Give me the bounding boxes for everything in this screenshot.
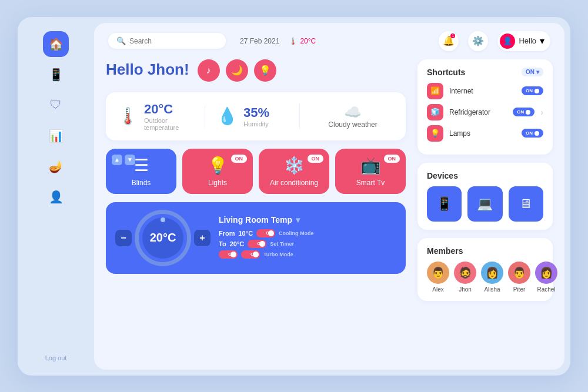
chevron-down-icon[interactable]: ▾ bbox=[536, 69, 539, 75]
sidebar-item-chart[interactable]: 📊 bbox=[43, 123, 69, 149]
blinds-arrows: ▲ ▼ bbox=[112, 155, 135, 165]
blinds-card[interactable]: ▲ ▼ ☰ Blinds bbox=[106, 149, 176, 194]
moon-button[interactable]: 🌙 bbox=[226, 59, 248, 82]
device-monitor[interactable]: 🖥 bbox=[509, 186, 543, 222]
devices-card: Devices 📱 💻 🖥 bbox=[417, 163, 553, 230]
chevron-down-icon: ▾ bbox=[540, 35, 544, 46]
members-title: Members bbox=[427, 246, 463, 256]
device-laptop[interactable]: 💻 bbox=[467, 186, 502, 222]
blinds-down-button[interactable]: ▼ bbox=[125, 155, 135, 165]
internet-icon: 📶 bbox=[427, 83, 443, 99]
temp-decrease-button[interactable]: − bbox=[115, 230, 132, 246]
bulb-button[interactable]: 💡 bbox=[254, 59, 276, 82]
weather-condition: ☁️ Cloudy weather bbox=[299, 104, 394, 129]
sidebar-item-lamp[interactable]: 🪔 bbox=[43, 153, 69, 179]
member-name-jhon: Jhon bbox=[459, 286, 472, 293]
blinds-label: Blinds bbox=[132, 179, 151, 187]
tv-toggle[interactable]: ON bbox=[384, 155, 400, 163]
fridge-name: Refridgerator bbox=[449, 108, 507, 116]
tv-icon: 📺 bbox=[360, 156, 381, 175]
lights-card[interactable]: ON 💡 Lights bbox=[182, 149, 253, 194]
sidebar-item-user[interactable]: 👤 bbox=[43, 184, 69, 210]
ac-label: Air conditioning bbox=[270, 179, 318, 187]
right-panel: Shortcuts ON ▾ 📶 Internet ON 🧊 Refridger bbox=[417, 59, 553, 360]
search-icon: 🔍 bbox=[116, 36, 126, 45]
internet-toggle[interactable]: ON bbox=[522, 86, 543, 95]
shortcut-lamps: 💡 Lamps ON bbox=[427, 125, 543, 142]
sidebar: 🏠 📱 🛡 📊 🪔 👤 Log out bbox=[18, 17, 94, 376]
ac-icon: ❄️ bbox=[284, 156, 305, 175]
lights-toggle[interactable]: ON bbox=[231, 155, 248, 163]
devices-title: Devices bbox=[427, 171, 458, 180]
greeting-row: Hello Jhon! ♪ 🌙 💡 bbox=[106, 59, 406, 82]
temp-increase-button[interactable]: + bbox=[194, 230, 211, 246]
member-rachel[interactable]: 👩 Rachel bbox=[535, 262, 557, 293]
turbo-mode-toggle[interactable]: ON bbox=[241, 250, 260, 259]
turbo-row: ON ON Turbo Mode bbox=[219, 250, 396, 259]
music-button[interactable]: ♪ bbox=[198, 59, 220, 82]
member-piter[interactable]: 👨 Piter bbox=[508, 262, 530, 293]
search-input[interactable] bbox=[129, 37, 212, 45]
set-timer-toggle[interactable]: ON bbox=[248, 240, 266, 248]
shortcuts-title: Shortcuts bbox=[427, 68, 465, 77]
temperature-label: Outdoor temperature bbox=[144, 117, 200, 131]
weather-condition-label: Cloudy weather bbox=[328, 120, 377, 129]
notification-button[interactable]: 🔔 1 bbox=[439, 31, 459, 51]
devices-grid: 📱 💻 🖥 bbox=[427, 186, 543, 222]
humidity-label: Humidity bbox=[243, 120, 269, 128]
member-avatar-alex: 👨 bbox=[427, 262, 449, 284]
shortcuts-header: Shortcuts ON ▾ bbox=[427, 68, 543, 77]
logout-button[interactable]: Log out bbox=[45, 354, 67, 361]
notification-badge: 1 bbox=[450, 33, 455, 38]
temp-dial: 20°C bbox=[136, 212, 189, 264]
member-alex[interactable]: 👨 Alex bbox=[427, 262, 449, 293]
cloud-icon: ☁️ bbox=[344, 104, 362, 120]
member-jhon[interactable]: 🧔 Jhon bbox=[454, 262, 476, 293]
set-timer-label: Set Timer bbox=[270, 241, 294, 247]
internet-name: Internet bbox=[449, 87, 516, 95]
content: Hello Jhon! ♪ 🌙 💡 🌡️ 20°C Outdoor temper… bbox=[94, 59, 564, 370]
fridge-arrow-icon[interactable]: › bbox=[540, 108, 543, 117]
settings-button[interactable]: ⚙️ bbox=[468, 31, 488, 51]
members-card: Members 👨 Alex 🧔 Jhon 👩 Al bbox=[417, 238, 553, 301]
member-name-alex: Alex bbox=[432, 286, 443, 293]
on-label-toggle[interactable]: ON bbox=[219, 250, 238, 259]
member-name-piter: Piter bbox=[513, 286, 526, 293]
user-menu-button[interactable]: 👤 Hello ▾ bbox=[497, 31, 550, 51]
shortcuts-status: ON ▾ bbox=[522, 68, 543, 76]
member-alisha[interactable]: 👩 Alisha bbox=[481, 262, 503, 293]
blinds-up-button[interactable]: ▲ bbox=[112, 155, 122, 165]
user-name: Hello bbox=[519, 36, 536, 45]
members-header: Members bbox=[427, 246, 543, 256]
temperature-value: 20°C bbox=[144, 102, 200, 117]
humidity-icon: 💧 bbox=[217, 106, 238, 126]
humidity-item: 💧 35% Humidity bbox=[205, 105, 299, 128]
main-panel: 🔍 27 Feb 2021 🌡️ 20°C 🔔 1 ⚙️ 👤 Hello ▾ bbox=[94, 23, 564, 370]
fridge-toggle[interactable]: ON bbox=[513, 108, 534, 116]
sidebar-item-tablet[interactable]: 📱 bbox=[43, 62, 69, 88]
sidebar-item-shield[interactable]: 🛡 bbox=[43, 92, 69, 118]
search-bar: 🔍 bbox=[108, 33, 226, 49]
temp-control: − 20°C + Living Room Temp ▾ From bbox=[106, 202, 406, 274]
temp-title: Living Room Temp ▾ bbox=[219, 215, 396, 225]
device-tablet[interactable]: 📱 bbox=[427, 186, 462, 222]
cooling-mode-label: Cooling Mode bbox=[279, 230, 314, 236]
dial-value: 20°C bbox=[150, 231, 176, 244]
quick-buttons: ♪ 🌙 💡 bbox=[198, 59, 276, 82]
lamps-toggle[interactable]: ON bbox=[522, 129, 543, 138]
temp-to-row: To 20°C ON Set Timer bbox=[219, 240, 396, 248]
turbo-mode-label: Turbo Mode bbox=[263, 252, 293, 257]
tv-label: Smart Tv bbox=[356, 179, 385, 187]
temp-settings: Living Room Temp ▾ From 10°C ON Cooling … bbox=[219, 215, 396, 261]
chevron-down-icon[interactable]: ▾ bbox=[296, 215, 300, 225]
sidebar-item-home[interactable]: 🏠 bbox=[43, 31, 69, 57]
ac-card[interactable]: ON ❄️ Air conditioning bbox=[259, 149, 329, 194]
lights-label: Lights bbox=[208, 179, 227, 187]
blinds-icon: ☰ bbox=[134, 156, 149, 175]
cooling-mode-toggle[interactable]: ON bbox=[256, 229, 275, 237]
tv-card[interactable]: ON 📺 Smart Tv bbox=[335, 149, 406, 194]
shortcut-fridge: 🧊 Refridgerator ON › bbox=[427, 104, 543, 120]
lights-icon: 💡 bbox=[208, 156, 228, 175]
header-date: 27 Feb 2021 bbox=[240, 37, 279, 45]
ac-toggle[interactable]: ON bbox=[308, 155, 324, 163]
